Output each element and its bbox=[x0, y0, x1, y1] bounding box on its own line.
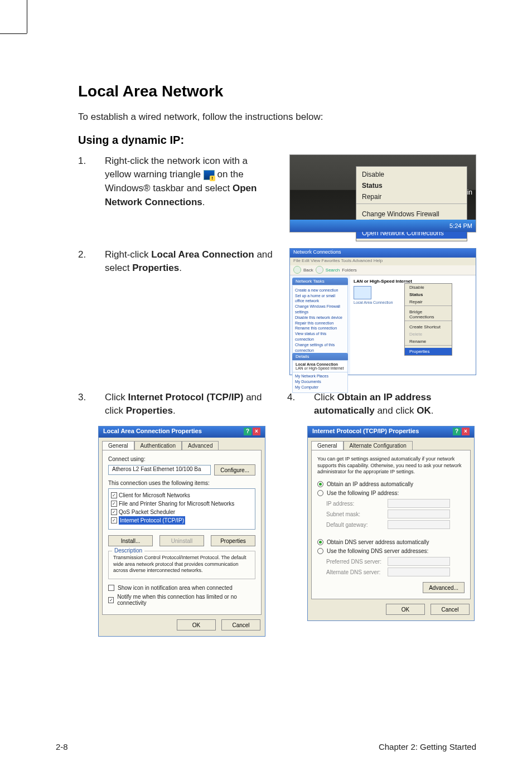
details-type: LAN or High-Speed Internet bbox=[296, 366, 345, 370]
close-icon[interactable]: × bbox=[462, 428, 470, 435]
place-link[interactable]: My Computer bbox=[295, 385, 345, 390]
close-icon[interactable]: × bbox=[253, 428, 260, 435]
checkbox-icon[interactable]: ✓ bbox=[108, 597, 114, 603]
task-link[interactable]: Rename this connection bbox=[295, 326, 345, 331]
ctx-repair[interactable]: Repair bbox=[405, 298, 452, 305]
screenshot-network-connections: Network Connections File Edit View Favor… bbox=[289, 248, 476, 375]
cancel-button[interactable]: Cancel bbox=[431, 604, 470, 615]
uninstall-button[interactable]: Uninstall bbox=[159, 535, 204, 546]
ctx-disable[interactable]: Disable bbox=[405, 284, 452, 291]
tab-general[interactable]: General bbox=[102, 441, 134, 450]
screenshot-taskbar-menu: Bin Disable Status Repair Change Windows… bbox=[289, 154, 476, 232]
radio-icon[interactable] bbox=[317, 539, 323, 545]
cancel-button[interactable]: Cancel bbox=[221, 619, 260, 630]
place-link[interactable]: My Documents bbox=[295, 379, 345, 385]
step-2-text: Right-click Local Area Connection and se… bbox=[105, 248, 274, 275]
details-header: Details bbox=[292, 353, 348, 360]
task-link[interactable]: Repair this connection bbox=[295, 321, 345, 326]
connection-context-menu: Disable Status Repair Bridge Connections… bbox=[404, 283, 452, 356]
properties-button[interactable]: Properties bbox=[211, 535, 255, 546]
ctx-status[interactable]: Status bbox=[405, 291, 452, 298]
tab-alternate[interactable]: Alternate Configuration bbox=[344, 441, 413, 450]
network-tasks-header: Network Tasks bbox=[292, 278, 348, 285]
subnet-input[interactable] bbox=[388, 510, 450, 518]
toolbar: Back Search Folders bbox=[290, 265, 476, 275]
gateway-label: Default gateway: bbox=[326, 522, 388, 528]
radio-icon[interactable] bbox=[317, 490, 323, 496]
checkbox-icon[interactable]: ✓ bbox=[111, 517, 117, 523]
task-link[interactable]: Disable this network device bbox=[295, 315, 345, 321]
obtain-dns-auto: Obtain DNS server address automatically bbox=[327, 539, 429, 545]
menu-bar[interactable]: File Edit View Favorites Tools Advanced … bbox=[290, 258, 476, 265]
step-number: 1. bbox=[78, 154, 95, 210]
tab-authentication[interactable]: Authentication bbox=[134, 441, 182, 450]
forward-icon[interactable] bbox=[316, 266, 323, 274]
details-panel: Details Local Area Connection LAN or Hig… bbox=[292, 353, 348, 372]
back-icon[interactable] bbox=[293, 266, 301, 274]
checkbox-icon[interactable]: ✓ bbox=[111, 492, 117, 498]
task-link[interactable]: Set up a home or small office network bbox=[295, 293, 345, 304]
connection-item[interactable]: Local Area Connection bbox=[354, 286, 394, 304]
list-item-selected[interactable]: Internet Protocol (TCP/IP) bbox=[119, 516, 185, 525]
ok-button[interactable]: OK bbox=[386, 604, 425, 615]
ctx-rename[interactable]: Rename bbox=[405, 338, 452, 345]
ctx-properties[interactable]: Properties bbox=[405, 348, 452, 355]
chapter-label: Chapter 2: Getting Started bbox=[379, 742, 476, 751]
tab-advanced[interactable]: Advanced bbox=[182, 441, 219, 450]
ctx-shortcut[interactable]: Create Shortcut bbox=[405, 323, 452, 331]
lan-properties-dialog: Local Area Connection Properties ?× Gene… bbox=[98, 426, 265, 637]
crop-mark-horizontal bbox=[0, 33, 27, 34]
step-1-text: Right-click the network icon with a yell… bbox=[105, 154, 274, 210]
place-link[interactable]: My Network Places bbox=[295, 374, 345, 379]
menu-repair[interactable]: Repair bbox=[356, 191, 467, 202]
page-title: Local Area Network bbox=[78, 83, 476, 100]
titlebar-buttons: ?× bbox=[243, 428, 260, 437]
step-3-4-pair: 3. Click Internet Protocol (TCP/IP) and … bbox=[78, 391, 476, 637]
dialog-title-bar: Internet Protocol (TCP/IP) Properties ?× bbox=[308, 426, 474, 438]
menu-separator bbox=[356, 203, 467, 207]
taskbar-clock: 5:24 PM bbox=[449, 222, 472, 229]
gateway-input[interactable] bbox=[388, 520, 450, 529]
connect-using-label: Connect using: bbox=[108, 456, 255, 462]
ok-button[interactable]: OK bbox=[177, 619, 216, 630]
pdns-input[interactable] bbox=[388, 557, 450, 566]
show-icon-option: Show icon in notification area when conn… bbox=[118, 585, 233, 591]
checkbox-icon[interactable] bbox=[108, 585, 114, 591]
radio-icon[interactable] bbox=[317, 481, 323, 487]
adapter-field[interactable]: Atheros L2 Fast Ethernet 10/100 Ba bbox=[108, 465, 211, 475]
ctx-bridge[interactable]: Bridge Connections bbox=[405, 308, 452, 321]
radio-icon[interactable] bbox=[317, 548, 323, 554]
menu-disable[interactable]: Disable bbox=[356, 169, 467, 180]
task-link[interactable]: View status of this connection bbox=[295, 331, 345, 342]
checkbox-icon[interactable]: ✓ bbox=[111, 501, 117, 507]
intro-text: To establish a wired network, follow the… bbox=[78, 110, 476, 124]
adns-input[interactable] bbox=[388, 568, 450, 576]
task-link[interactable]: Change Windows Firewall settings bbox=[295, 304, 345, 315]
checkbox-icon[interactable]: ✓ bbox=[111, 509, 117, 515]
list-item[interactable]: File and Printer Sharing for Microsoft N… bbox=[119, 499, 234, 508]
advanced-button[interactable]: Advanced... bbox=[423, 582, 465, 593]
list-item[interactable]: QoS Packet Scheduler bbox=[119, 508, 175, 516]
step-4-text: Click Obtain an IP address automatically… bbox=[314, 391, 476, 418]
ctx-delete[interactable]: Delete bbox=[405, 331, 452, 338]
ip-input[interactable] bbox=[388, 499, 450, 508]
menu-status[interactable]: Status bbox=[356, 180, 467, 191]
configure-button[interactable]: Configure... bbox=[214, 464, 255, 476]
description-label: Description bbox=[112, 547, 144, 554]
components-list[interactable]: ✓Client for Microsoft Networks ✓File and… bbox=[108, 488, 255, 530]
task-link[interactable]: Create a new connection bbox=[295, 288, 345, 293]
crop-mark-vertical bbox=[27, 0, 27, 33]
help-icon[interactable]: ? bbox=[244, 428, 252, 435]
folders-label[interactable]: Folders bbox=[342, 268, 357, 273]
use-following-dns: Use the following DNS server addresses: bbox=[327, 548, 428, 554]
task-link[interactable]: Change settings of this connection bbox=[295, 342, 345, 353]
step-number: 4. bbox=[287, 391, 304, 418]
install-button[interactable]: Install... bbox=[108, 535, 153, 546]
connection-icon bbox=[354, 286, 371, 299]
search-label[interactable]: Search bbox=[326, 268, 340, 273]
help-icon[interactable]: ? bbox=[453, 428, 461, 435]
list-item[interactable]: Client for Microsoft Networks bbox=[119, 491, 190, 499]
tcpip-properties-dialog: Internet Protocol (TCP/IP) Properties ?×… bbox=[307, 426, 475, 621]
obtain-ip-auto: Obtain an IP address automatically bbox=[327, 481, 413, 487]
tab-general[interactable]: General bbox=[311, 441, 344, 450]
